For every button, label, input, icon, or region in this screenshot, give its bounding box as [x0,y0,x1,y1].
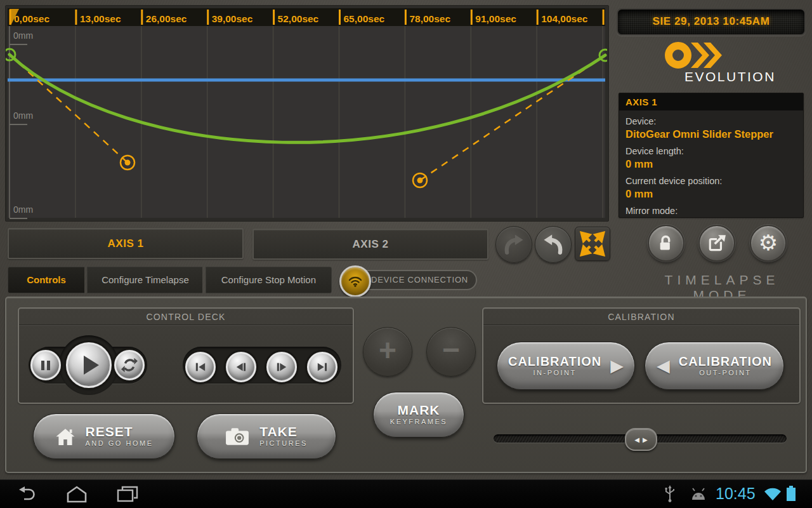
axis-2-button[interactable]: AXIS 2 [252,229,488,260]
wifi-status-icon [763,486,782,502]
timeline-label: 78,00sec [409,13,450,24]
home-icon [55,427,75,446]
play-button[interactable] [66,342,112,388]
motion-graph-panel[interactable]: 0,00sec13,00sec26,00sec39,00sec52,00sec6… [5,5,609,222]
tab-bar: Controls Configure Timelapse Configure S… [8,267,332,293]
triangle-left-icon: ◀ [657,358,670,375]
nav-back-button[interactable] [14,484,39,504]
reset-label-2: AND GO HOME [86,439,154,448]
timeline-label: 52,00sec [278,13,319,24]
skip-to-start-button[interactable] [185,352,216,382]
step-forward-button[interactable] [266,352,297,382]
device-position-value: 0 mm [625,188,803,200]
skip-to-start-icon [193,361,207,373]
pause-button[interactable] [30,350,61,380]
loop-button[interactable] [114,350,145,380]
axis-info-panel: AXIS 1 Device: DitoGear Omni Slider Step… [619,93,804,218]
minus-icon: − [442,332,460,367]
recent-apps-icon [117,485,138,503]
wifi-icon [348,275,363,288]
calibration-in-label-2: IN-POINT [508,368,601,377]
zoom-in-button[interactable]: + [363,327,412,377]
fit-view-button[interactable] [575,227,610,261]
reset-label-1: RESET [86,425,154,439]
timeline-label: 0,00sec [14,13,49,24]
redo-icon [501,232,527,257]
calibration-out-point-button[interactable]: ◀ CALIBRATION OUT-POINT [645,342,784,390]
loop-icon [121,357,138,373]
handle-point-dot [125,160,131,166]
nav-home-button[interactable] [63,484,90,504]
clock-display: SIE 29, 2013 10:45AM [617,8,806,36]
keyframe-curve-editor[interactable]: 0,00sec13,00sec26,00sec39,00sec52,00sec6… [6,6,607,220]
calibration-title: CALIBRATION [483,309,799,325]
lock-button[interactable] [648,225,684,262]
settings-button[interactable]: ⚙ [750,225,787,262]
android-debug-icon [688,485,709,503]
device-value: DitoGear Omni Slider Stepper [625,128,803,140]
device-label: Device: [625,116,803,126]
redo-button[interactable] [495,226,532,263]
tab-configure-stop-motion[interactable]: Configure Stop Motion [206,267,332,293]
mirror-mode-label: Mirror mode: [625,206,803,216]
nav-recents-button[interactable] [114,484,141,504]
skip-to-end-button[interactable] [307,352,337,382]
timeline-label: 65,00sec [344,13,385,24]
evolution-logo-icon [663,39,724,72]
battery-status-icon [785,485,797,502]
y-axis-label: 0mm [13,204,33,215]
control-deck-title: CONTROL DECK [19,309,353,325]
axis-info-title: AXIS 1 [619,93,803,110]
undo-button[interactable] [535,226,572,263]
timeline-label: 91,00sec [475,13,516,24]
skip-to-end-icon [315,361,329,373]
device-length-label: Device length: [625,146,803,156]
tab-configure-timelapse[interactable]: Configure Timelapse [87,267,202,293]
app-screen: 0,00sec13,00sec26,00sec39,00sec52,00sec6… [0,0,812,508]
step-back-icon [234,361,248,373]
triangle-right-icon: ▶ [610,358,624,375]
take-pictures-button[interactable]: TAKE PICTURES [197,413,336,459]
take-pictures-label-1: TAKE [259,425,308,439]
tab-controls[interactable]: Controls [8,267,84,293]
timeline-label: 26,00sec [146,13,187,24]
logo-wordmark: EVOLUTION [684,69,805,84]
timeline-label: 39,00sec [212,13,253,24]
status-clock: 10:45 [716,485,756,503]
calibration-in-point-button[interactable]: CALIBRATION IN-POINT ▶ [497,342,635,390]
mark-keyframes-label-2: KEYFRAMES [390,417,447,426]
back-icon [16,485,37,503]
export-icon [707,234,726,253]
take-pictures-label-2: PICTURES [259,439,308,448]
step-forward-icon [275,361,289,373]
reset-go-home-button[interactable]: RESET AND GO HOME [33,413,175,459]
y-axis-label: 0mm [13,110,33,121]
undo-icon [540,232,566,257]
step-back-button[interactable] [226,352,256,382]
camera-icon [225,427,249,446]
connection-status-light[interactable] [339,265,371,297]
zoom-out-button[interactable]: − [426,327,476,377]
home-outline-icon [65,485,88,503]
export-button[interactable] [698,225,735,262]
axis-1-button[interactable]: AXIS 1 [8,228,244,259]
expand-arrows-icon [579,231,606,257]
timeline-label: 13,00sec [80,13,121,24]
slider-arrow-left-icon: ◀ [634,436,639,443]
slider-arrow-right-icon: ▶ [643,436,648,443]
calibration-slider-thumb[interactable]: ◀ ▶ [625,428,657,451]
gear-icon: ⚙ [759,232,778,253]
calibration-out-label-2: OUT-POINT [679,368,772,377]
device-position-label: Current device position: [625,176,803,186]
mark-keyframes-label-1: MARK [398,403,440,417]
plot-background [8,26,605,218]
plus-icon: + [379,333,396,368]
handle-point-dot [417,178,423,184]
play-icon [84,356,99,375]
device-length-value: 0 mm [625,158,803,170]
y-axis-label: 0mm [13,30,33,41]
mark-keyframes-button[interactable]: MARK KEYFRAMES [373,392,464,438]
pause-icon [41,361,50,370]
calibration-out-label-1: CALIBRATION [679,354,772,368]
usb-status-icon [664,484,676,504]
